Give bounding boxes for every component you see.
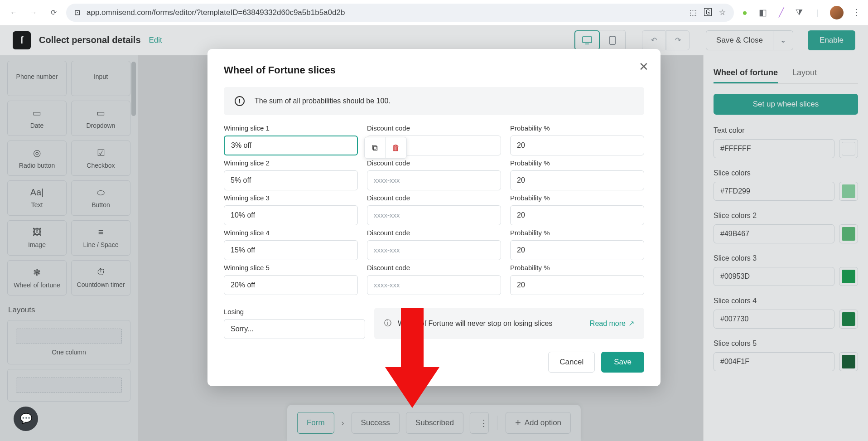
delete-slice-button[interactable]: 🗑: [386, 137, 406, 158]
ext-icon-3[interactable]: ╱: [776, 7, 786, 18]
save-close-chevron-button[interactable]: ⌄: [773, 30, 793, 50]
slice-color-label-1: Slice colors: [714, 169, 858, 177]
discount-code-input-5[interactable]: [367, 275, 501, 295]
block-countdown-timer[interactable]: ⏱Countdown timer: [71, 260, 130, 296]
nav-back-button[interactable]: ←: [6, 5, 21, 20]
slice-label-4: Winning slice 4: [224, 229, 358, 237]
bottom-nav: Form › Success Subscribed ⋮ +Add option: [287, 405, 581, 441]
modal-cancel-button[interactable]: Cancel: [548, 352, 595, 373]
button-icon: ⬭: [97, 187, 105, 198]
slice-label-5: Winning slice 5: [224, 264, 358, 271]
prob-label-3: Probability %: [510, 194, 644, 202]
nav-forward-button[interactable]: →: [26, 5, 41, 20]
probability-input-4[interactable]: [510, 240, 644, 260]
slice-label-1: Winning slice 1: [224, 124, 358, 132]
slice-color-input-2[interactable]: #49B467: [714, 224, 834, 243]
probability-input-2[interactable]: [510, 170, 644, 190]
slice-color-input-1[interactable]: #7FD299: [714, 182, 834, 201]
install-app-icon[interactable]: ⬚: [690, 8, 697, 17]
slice-color-input-3[interactable]: #00953D: [714, 267, 834, 286]
save-close-button[interactable]: Save & Close: [706, 30, 773, 50]
slice-name-input-3[interactable]: [224, 205, 358, 225]
probability-input-5[interactable]: [510, 275, 644, 295]
block-text[interactable]: Aa|Text: [7, 180, 67, 216]
svg-rect-2: [610, 36, 615, 44]
profile-avatar[interactable]: [830, 6, 844, 19]
code-label-3: Discount code: [367, 194, 501, 202]
layout-preview: [16, 329, 122, 344]
left-scrollbar[interactable]: [131, 62, 136, 116]
block-checkbox[interactable]: ☑Checkbox: [71, 141, 130, 176]
slice-name-input-1[interactable]: [224, 136, 358, 155]
slice-name-input-2[interactable]: [224, 170, 358, 190]
ext-icon-1[interactable]: ●: [739, 7, 750, 18]
edit-title-link[interactable]: Edit: [149, 36, 162, 45]
slice-color-input-4[interactable]: #007730: [714, 310, 834, 329]
browser-menu-icon[interactable]: ⋮: [851, 7, 862, 18]
slice-label-2: Winning slice 2: [224, 159, 358, 167]
step-form-button[interactable]: Form: [297, 412, 334, 434]
date-icon: ▭: [33, 107, 41, 118]
block-wheel-of-fortune[interactable]: ❃Wheel of fortune: [7, 260, 67, 296]
modal-warning-box: ! The sum of all probabilities should be…: [224, 87, 644, 115]
slice-color-input-5[interactable]: #004F1F: [714, 352, 834, 371]
slice-name-input-5[interactable]: [224, 275, 358, 295]
block-radio[interactable]: ◎Radio button: [7, 141, 67, 176]
device-desktop-button[interactable]: [574, 30, 600, 50]
tab-wheel-of-fortune[interactable]: Wheel of fortune: [714, 63, 778, 83]
tab-layout[interactable]: Layout: [792, 63, 817, 83]
modal-save-button[interactable]: Save: [601, 352, 644, 373]
app-logo[interactable]: ſ: [13, 31, 31, 49]
modal-close-button[interactable]: ✕: [639, 60, 649, 74]
extensions-puzzle-icon[interactable]: ⧩: [794, 7, 805, 18]
slice-color-swatch-3[interactable]: [839, 267, 858, 286]
duplicate-slice-button[interactable]: ⧉: [365, 137, 386, 158]
slice-color-swatch-4[interactable]: [839, 310, 858, 329]
block-image[interactable]: 🖼Image: [7, 220, 67, 256]
add-option-button[interactable]: +Add option: [506, 412, 571, 434]
translate-icon[interactable]: 🄶: [704, 8, 712, 17]
block-line-space[interactable]: ≡Line / Space: [71, 220, 130, 256]
enable-button[interactable]: Enable: [808, 30, 855, 50]
device-toggle-group: [574, 30, 626, 51]
radio-icon: ◎: [33, 147, 41, 158]
layout-block-2[interactable]: [7, 369, 130, 402]
block-input[interactable]: Input: [71, 61, 130, 96]
probability-input-3[interactable]: [510, 205, 644, 225]
svg-rect-0: [583, 37, 592, 43]
read-more-link[interactable]: Read more ↗: [590, 319, 634, 328]
text-color-input[interactable]: #FFFFFF: [714, 139, 834, 158]
slice-name-input-4[interactable]: [224, 240, 358, 260]
slice-color-swatch-1[interactable]: [839, 182, 858, 201]
code-label-5: Discount code: [367, 264, 501, 271]
slice-color-label-4: Slice colors 4: [714, 297, 858, 305]
discount-code-input-4[interactable]: [367, 240, 501, 260]
step-subscribed-button[interactable]: Subscribed: [406, 412, 463, 434]
discount-code-input-3[interactable]: [367, 205, 501, 225]
setup-wheel-slices-button[interactable]: Set up wheel slices: [714, 94, 858, 115]
url-bar[interactable]: ⊡ app.omnisend.com/forms/editor/?templat…: [66, 4, 734, 22]
step-success-button[interactable]: Success: [352, 412, 400, 434]
device-mobile-button[interactable]: [600, 30, 625, 50]
block-phone-number[interactable]: Phone number: [7, 61, 67, 96]
prob-label-2: Probability %: [510, 159, 644, 167]
nav-reload-button[interactable]: ⟳: [46, 5, 61, 20]
block-date[interactable]: ▭Date: [7, 101, 67, 136]
probability-input-1[interactable]: [510, 136, 644, 155]
text-color-label: Text color: [714, 126, 858, 135]
block-dropdown[interactable]: ▭Dropdown: [71, 101, 130, 136]
text-color-swatch[interactable]: [839, 139, 858, 158]
redo-button[interactable]: ↷: [666, 30, 690, 50]
discount-code-input-2[interactable]: [367, 170, 501, 190]
block-button[interactable]: ⬭Button: [71, 180, 130, 216]
chat-bubble-button[interactable]: 💬: [14, 407, 38, 431]
ext-icon-2[interactable]: ◧: [757, 7, 768, 18]
bookmark-star-icon[interactable]: ☆: [719, 8, 726, 17]
layout-one-column[interactable]: One column: [7, 320, 130, 364]
slice-color-swatch-5[interactable]: [839, 352, 858, 371]
site-info-icon[interactable]: ⊡: [74, 8, 80, 17]
slice-color-swatch-2[interactable]: [839, 224, 858, 243]
losing-input[interactable]: [224, 319, 365, 339]
step-more-button[interactable]: ⋮: [470, 412, 489, 434]
undo-button[interactable]: ↶: [642, 30, 665, 50]
